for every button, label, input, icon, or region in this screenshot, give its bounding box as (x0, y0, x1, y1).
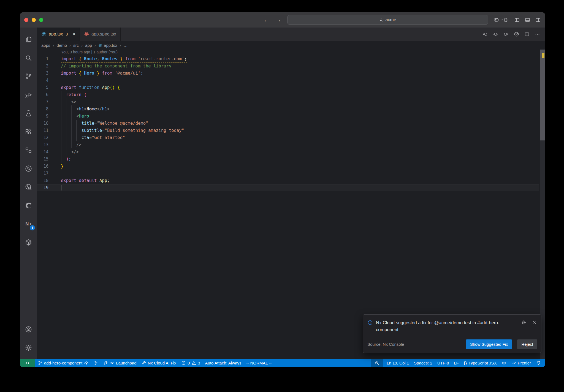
status-label: UTF-8 (437, 361, 449, 365)
breadcrumb: apps›demo›src›app›app.tsx›… (37, 41, 545, 50)
status-label: add-hero-component (44, 361, 82, 365)
status-encoding[interactable]: UTF-8 (435, 359, 452, 367)
status-bar-right: Ln 19, Col 1Spaces: 2UTF-8LF{}TypeScript… (371, 359, 545, 367)
code-line-14: 14 </> (37, 148, 539, 156)
breadcrumb-item-…[interactable]: … (123, 43, 128, 48)
sidebar-item-containers[interactable] (20, 233, 37, 252)
status-cursor-position[interactable]: Ln 19, Col 1 (384, 359, 411, 367)
tab-app.tsx[interactable]: app.tsx3× (37, 28, 80, 41)
status-formatter-prettier[interactable]: Prettier (509, 359, 533, 367)
tab-app.spec.tsx[interactable]: app.spec.tsx (80, 28, 121, 41)
customize-layout-icon[interactable] (504, 17, 509, 23)
nav-forward-arrow[interactable]: → (275, 17, 281, 23)
sidebar-item-settings[interactable] (20, 339, 37, 357)
line-number: 7 (37, 99, 48, 104)
line-number: 6 (37, 92, 48, 97)
commit-graph-circle-icon[interactable] (514, 32, 519, 37)
status-auto-attach[interactable]: Auto Attach: Always (203, 359, 244, 367)
bell-dot-icon (536, 361, 541, 365)
tab-bar: app.tsx3×app.spec.tsx (37, 28, 545, 41)
breadcrumb-item-app.tsx[interactable]: app.tsx (98, 43, 117, 48)
notification-source: Source: Nx Console (367, 342, 404, 347)
status-eol[interactable]: LF (451, 359, 461, 367)
status-launchpad[interactable]: Launchpad (101, 359, 139, 367)
code-lines: 1import { Route, Routes } from 'react-ro… (37, 55, 539, 191)
status-nx-cloud-ai-fix[interactable]: Nx Cloud AI Fix (139, 359, 179, 367)
sidebar-item-gitlens[interactable] (20, 159, 37, 178)
sidebar-item-explorer[interactable] (20, 30, 37, 49)
minimize-button[interactable] (32, 18, 36, 22)
scrollbar-thumb[interactable] (540, 50, 545, 140)
more-actions-icon[interactable] (535, 32, 540, 37)
sidebar-item-testing[interactable] (20, 104, 37, 122)
sidebar-item-extensions[interactable] (20, 122, 37, 141)
status-problems[interactable]: 03 (179, 359, 203, 367)
toggle-secondary-sidebar-icon[interactable] (535, 17, 541, 23)
code-line-12: 12 cta="Get Started" (37, 134, 539, 141)
sidebar-item-project-graph[interactable] (20, 141, 37, 159)
sidebar-item-nx-console[interactable]: 1 (20, 215, 37, 233)
notification-close-icon[interactable] (532, 320, 537, 325)
toggle-sidebar-icon[interactable] (514, 17, 520, 23)
code-line-content: </> (61, 149, 79, 154)
status-language-mode[interactable]: {}TypeScript JSX (461, 359, 499, 367)
code-line-content (61, 185, 61, 190)
command-center-query: acme (385, 17, 396, 22)
status-branch-status[interactable]: add-hero-component (35, 359, 91, 367)
code-line-content: <> (61, 99, 76, 104)
code-line-content: subtitle="Build something amazing today" (61, 128, 184, 133)
nav-dot-circle-icon[interactable] (493, 32, 498, 37)
close-button[interactable] (24, 18, 28, 22)
reject-button[interactable]: Reject (517, 339, 537, 349)
split-editor-icon[interactable] (524, 32, 530, 37)
line-number: 4 (37, 78, 48, 83)
status-copilot-status[interactable] (499, 359, 509, 367)
line-number: 3 (37, 71, 48, 76)
status-commit-graph[interactable] (91, 359, 101, 367)
line-number: 17 (37, 171, 48, 176)
sidebar-item-search[interactable] (20, 49, 37, 67)
breadcrumb-item-src[interactable]: src (73, 43, 79, 48)
editor-scrollbar[interactable] (540, 50, 545, 359)
status-vim-mode[interactable]: -- NORMAL -- (244, 359, 274, 367)
nav-forward-circle-icon[interactable] (503, 32, 509, 37)
code-line-18: 18export default App; (37, 177, 539, 184)
sidebar-item-edge-browser[interactable] (20, 196, 37, 215)
code-line-content: export default App; (61, 178, 110, 183)
code-editor[interactable]: You, 3 hours ago | 1 author (You) 1impor… (37, 50, 545, 359)
breadcrumb-item-apps[interactable]: apps (41, 43, 50, 48)
source-control-icon (25, 73, 32, 80)
remote-indicator[interactable] (20, 359, 35, 367)
show-suggested-fix-button[interactable]: Show Suggested Fix (466, 339, 512, 349)
warning-overview-marker (542, 53, 544, 58)
activity-bar: 1 (20, 28, 37, 359)
zoom-button[interactable] (39, 18, 43, 22)
line-number: 2 (37, 64, 48, 69)
link-icon (110, 361, 114, 365)
tab-problems-badge: 3 (66, 32, 68, 36)
sidebar-item-gitlens-inspect[interactable] (20, 178, 37, 196)
zoom-out-icon (375, 361, 379, 365)
activity-bar-bottom (20, 320, 37, 359)
breadcrumb-item-app[interactable]: app (85, 43, 92, 48)
notification-settings-gear-icon[interactable] (521, 320, 526, 325)
nav-back-circle-icon[interactable] (482, 32, 488, 37)
code-line-content: // importing the component from the libr… (61, 64, 171, 69)
nav-back-arrow[interactable]: ← (264, 17, 269, 23)
status-indentation[interactable]: Spaces: 2 (411, 359, 435, 367)
sidebar-item-source-control[interactable] (20, 67, 37, 86)
wrench-icon (142, 361, 146, 365)
status-label: Launchpad (116, 361, 136, 365)
copilot-menu[interactable] (493, 17, 504, 23)
breadcrumb-item-demo[interactable]: demo (57, 43, 67, 48)
sidebar-item-accounts[interactable] (20, 320, 37, 339)
status-notifications[interactable] (533, 359, 543, 367)
testing-icon (25, 110, 32, 117)
sidebar-item-run-and-debug[interactable] (20, 86, 37, 104)
tab-close-icon[interactable]: × (72, 31, 75, 37)
status-zoom-indicator[interactable] (371, 359, 383, 367)
toggle-panel-icon[interactable] (525, 17, 530, 23)
line-number: 19 (37, 185, 48, 190)
command-center-search[interactable]: acme (287, 15, 488, 25)
code-line-2: 2// importing the component from the lib… (37, 62, 539, 70)
